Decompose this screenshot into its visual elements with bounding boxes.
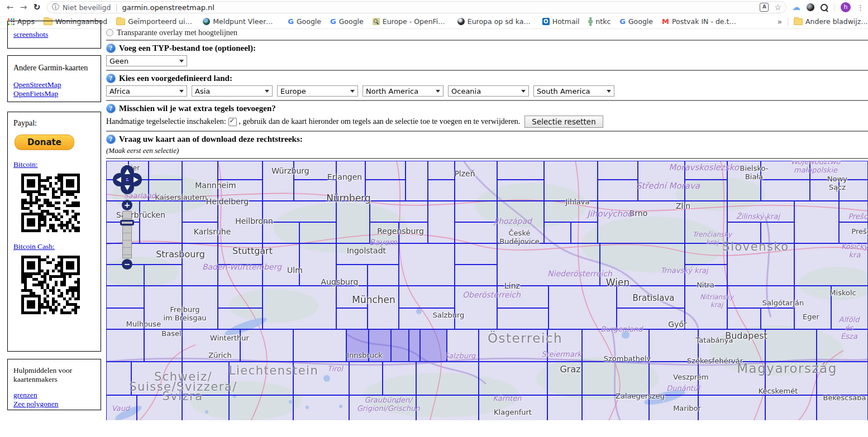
map-tile[interactable] bbox=[293, 329, 346, 362]
map-tile[interactable] bbox=[263, 161, 294, 201]
map-tile[interactable] bbox=[765, 329, 817, 362]
overlay-radio[interactable] bbox=[106, 29, 113, 36]
map-tile[interactable] bbox=[229, 362, 293, 395]
forward-icon[interactable]: → bbox=[17, 2, 30, 12]
map-tile[interactable] bbox=[140, 201, 182, 243]
bookmark-ge-mporteerd-uit-in[interactable]: Geïmporteerd uit In... bbox=[113, 16, 197, 27]
map-tile[interactable] bbox=[182, 329, 240, 362]
map-tile[interactable] bbox=[598, 201, 685, 243]
map-tile[interactable] bbox=[131, 362, 182, 395]
map-tile[interactable] bbox=[617, 286, 685, 308]
map-tile[interactable] bbox=[727, 286, 794, 308]
map-tile[interactable] bbox=[370, 201, 428, 222]
tile-selection-map[interactable]: TrierMannheimKaiserslauternHeidelbergSaa… bbox=[106, 161, 868, 420]
chrome-menu-icon[interactable]: ⋮ bbox=[857, 3, 864, 12]
bookmark-europe-openfiets[interactable]: Europe - OpenFiets... bbox=[369, 16, 452, 27]
reset-selection-button[interactable]: Selectie resetten bbox=[524, 116, 603, 128]
map-tile[interactable] bbox=[761, 308, 794, 329]
back-icon[interactable]: ← bbox=[3, 2, 17, 12]
map-tile[interactable] bbox=[299, 243, 336, 286]
zoom-in-button[interactable]: + bbox=[122, 200, 132, 210]
map-tile[interactable] bbox=[144, 286, 182, 329]
map-tile[interactable] bbox=[582, 329, 649, 362]
pan-control[interactable] bbox=[113, 165, 142, 194]
country-select-oceania[interactable]: Oceania bbox=[448, 85, 529, 97]
map-tile[interactable] bbox=[383, 362, 416, 395]
map-tile[interactable] bbox=[839, 201, 868, 222]
map-tile[interactable] bbox=[727, 308, 761, 329]
map-tile[interactable] bbox=[839, 222, 868, 243]
map-tile[interactable] bbox=[598, 180, 638, 201]
map-tile[interactable] bbox=[582, 362, 649, 395]
country-select-africa[interactable]: Africa bbox=[106, 85, 187, 97]
search-extension-icon[interactable] bbox=[821, 4, 828, 11]
map-tile[interactable] bbox=[455, 222, 497, 243]
map-tile[interactable] bbox=[106, 395, 137, 420]
bookmark-hotmail[interactable]: OHotmail bbox=[539, 16, 583, 27]
map-tile[interactable] bbox=[727, 243, 794, 286]
map-tile[interactable] bbox=[218, 286, 263, 308]
map-tile[interactable] bbox=[336, 201, 370, 243]
map-tile[interactable] bbox=[839, 180, 868, 201]
country-select-asia[interactable]: Asia bbox=[192, 85, 273, 97]
map-tile[interactable] bbox=[336, 161, 365, 201]
map-tile[interactable] bbox=[497, 201, 544, 243]
map-tile[interactable] bbox=[106, 308, 144, 329]
map-tile[interactable] bbox=[817, 329, 868, 362]
country-select-north-america[interactable]: North America bbox=[363, 85, 443, 97]
grenzen-link[interactable]: grenzen bbox=[13, 391, 95, 400]
bookmark-ntkc[interactable]: ╬ntkc bbox=[585, 16, 614, 27]
map-tile[interactable] bbox=[218, 265, 263, 286]
profile-avatar[interactable]: h bbox=[841, 2, 851, 12]
bookmark-google[interactable]: GGoogle bbox=[327, 16, 367, 27]
map-tile[interactable] bbox=[182, 286, 218, 329]
screenshots-link[interactable]: screenshots bbox=[13, 30, 95, 39]
map-tile[interactable] bbox=[649, 362, 698, 395]
map-tile[interactable] bbox=[368, 286, 399, 329]
map-tile-selected[interactable] bbox=[391, 329, 409, 362]
map-tile[interactable] bbox=[794, 286, 831, 329]
pan-up-icon[interactable] bbox=[125, 169, 130, 174]
map-tile[interactable] bbox=[765, 395, 817, 420]
map-tile-selected[interactable] bbox=[346, 329, 369, 362]
url-bar[interactable]: ⓘ Niet beveiligd | garmin.openstreetmap.… bbox=[47, 1, 786, 13]
map-tile[interactable] bbox=[479, 362, 547, 395]
map-tile[interactable] bbox=[497, 286, 549, 308]
map-tile[interactable] bbox=[497, 161, 544, 180]
map-tile[interactable] bbox=[831, 286, 868, 329]
map-tile[interactable] bbox=[810, 180, 839, 201]
typ-select[interactable]: Geen bbox=[106, 55, 187, 66]
map-tile[interactable] bbox=[368, 265, 399, 286]
map-tile[interactable] bbox=[218, 180, 263, 201]
map-tile[interactable] bbox=[817, 362, 868, 395]
map-tile[interactable] bbox=[455, 243, 497, 265]
zoom-slider-handle[interactable] bbox=[120, 220, 134, 225]
map-tile[interactable] bbox=[336, 308, 368, 329]
map-tile[interactable] bbox=[638, 161, 685, 201]
map-tile[interactable] bbox=[182, 243, 218, 286]
map-tile-selected[interactable] bbox=[409, 329, 420, 362]
openstreetmap-link[interactable]: OpenStreetMap bbox=[13, 80, 95, 89]
map-tile[interactable] bbox=[336, 286, 368, 308]
map-tile[interactable] bbox=[149, 180, 182, 201]
bookmark-google[interactable]: GGoogle bbox=[284, 16, 325, 27]
map-tile[interactable] bbox=[370, 222, 399, 243]
map-tile[interactable] bbox=[218, 201, 263, 243]
map-tile[interactable] bbox=[544, 161, 598, 201]
map-tile-selected[interactable] bbox=[369, 329, 391, 362]
map-tile[interactable] bbox=[582, 395, 649, 420]
map-tile[interactable] bbox=[455, 265, 497, 286]
pan-right-icon[interactable] bbox=[133, 177, 139, 183]
map-tile[interactable] bbox=[685, 265, 727, 286]
help-icon[interactable]: ? bbox=[106, 104, 116, 113]
bookmark-europa-op-sd-kaart[interactable]: Europa op sd kaart... bbox=[454, 16, 537, 27]
bookmark-postvak-in-de-tore[interactable]: MPostvak IN - de.tore... bbox=[659, 16, 741, 27]
map-tile[interactable] bbox=[144, 329, 182, 362]
map-tile[interactable] bbox=[547, 362, 582, 395]
bookmark-google[interactable]: GGoogle bbox=[616, 16, 656, 27]
map-tile[interactable] bbox=[294, 161, 336, 180]
map-tile[interactable] bbox=[698, 329, 765, 362]
map-tile[interactable] bbox=[479, 329, 547, 362]
map-tile[interactable] bbox=[547, 395, 582, 420]
map-tile[interactable] bbox=[698, 395, 765, 420]
